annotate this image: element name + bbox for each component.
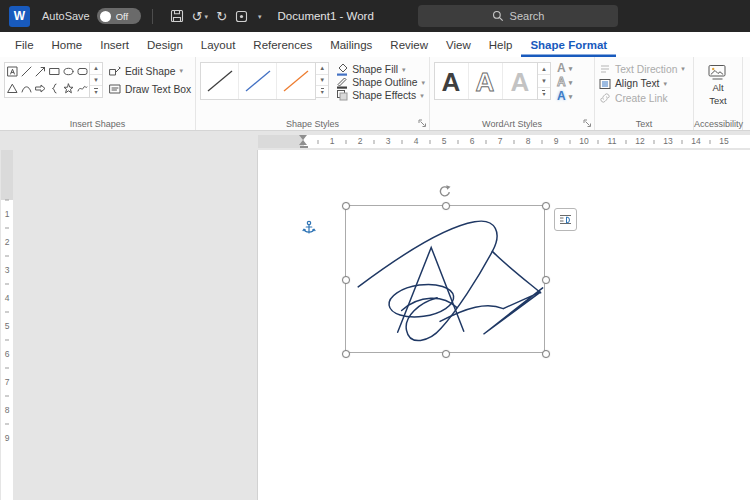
- text-outline-dropdown-icon: ▾: [569, 79, 573, 86]
- create-link-icon: [599, 92, 611, 104]
- h-ruler-tick: [374, 140, 375, 144]
- h-ruler-tick: [402, 140, 403, 144]
- draw-text-box-button[interactable]: Draw Text Box: [109, 83, 191, 95]
- selection-handle-e[interactable]: [542, 276, 550, 284]
- wordart-scroll-up-icon[interactable]: ▲: [538, 63, 550, 75]
- left-brace-shape-icon[interactable]: [47, 80, 61, 97]
- object-anchor-icon[interactable]: [302, 220, 316, 236]
- h-ruler-number: 3: [386, 136, 391, 146]
- redo-button[interactable]: ↻: [216, 10, 227, 23]
- tab-insert[interactable]: Insert: [91, 32, 138, 57]
- shape-style-scroll-up-icon[interactable]: ▲: [316, 63, 328, 75]
- wordart-gallery: A A A: [434, 62, 538, 100]
- triangle-shape-icon[interactable]: [5, 80, 19, 97]
- tab-home[interactable]: Home: [43, 32, 92, 57]
- rectangle-shape-icon[interactable]: [47, 63, 61, 80]
- alt-text-label-line1: Alt: [712, 83, 723, 94]
- curve-shape-icon[interactable]: [19, 80, 33, 97]
- undo-dropdown-icon[interactable]: ▾: [205, 13, 209, 20]
- h-ruler-number: 1: [330, 136, 335, 146]
- tab-shape-format[interactable]: Shape Format: [521, 32, 616, 57]
- wordart-preset-3[interactable]: A: [503, 63, 537, 99]
- line-shape-icon[interactable]: [19, 63, 33, 80]
- shape-style-more-button[interactable]: ▾: [316, 86, 328, 97]
- autosave-toggle[interactable]: Off: [97, 8, 141, 24]
- search-input[interactable]: Search: [418, 5, 618, 27]
- word-logo-icon[interactable]: W: [9, 6, 30, 27]
- v-ruler-tick: [5, 228, 9, 229]
- wordart-more-button[interactable]: ▾: [538, 88, 550, 99]
- group-wordart-styles: A A A ▲ ▼ ▾ A ▾ A: [430, 57, 595, 130]
- tab-layout[interactable]: Layout: [192, 32, 245, 57]
- layout-options-button[interactable]: [554, 208, 577, 231]
- text-fill-button[interactable]: A ▾: [557, 62, 572, 74]
- text-direction-icon: [599, 63, 611, 75]
- touch-mouse-mode-button[interactable]: [235, 10, 248, 23]
- undo-button[interactable]: ↺ ▾: [192, 10, 208, 23]
- shape-style-scroll-down-icon[interactable]: ▼: [316, 75, 328, 87]
- star-shape-icon[interactable]: [61, 80, 75, 97]
- selection-handle-sw[interactable]: [342, 350, 350, 358]
- text-outline-button[interactable]: A ▾: [557, 76, 572, 88]
- h-ruler-strip: 123456789101112131415: [258, 135, 750, 148]
- wordart-preset-2[interactable]: A: [469, 63, 503, 99]
- align-text-button[interactable]: Align Text ▾: [599, 78, 685, 90]
- oval-shape-icon[interactable]: [61, 63, 75, 80]
- scribble-drawing[interactable]: [346, 206, 544, 352]
- shape-style-preset-1[interactable]: [201, 63, 239, 99]
- left-indent-marker[interactable]: [300, 146, 308, 149]
- create-link-button[interactable]: Create Link: [599, 92, 685, 104]
- tab-mailings[interactable]: Mailings: [321, 32, 381, 57]
- selection-handle-w[interactable]: [342, 276, 350, 284]
- selection-handle-se[interactable]: [542, 350, 550, 358]
- alt-text-button[interactable]: Alt Text: [698, 62, 738, 107]
- tab-file[interactable]: File: [6, 32, 43, 57]
- shape-styles-dialog-launcher-icon[interactable]: [418, 119, 427, 128]
- tab-help[interactable]: Help: [480, 32, 522, 57]
- document-page[interactable]: [258, 150, 750, 500]
- text-effects-dropdown-icon: ▾: [569, 93, 573, 100]
- tab-view[interactable]: View: [437, 32, 480, 57]
- shape-outline-button[interactable]: Shape Outline ▾: [336, 76, 425, 89]
- svg-text:A: A: [511, 67, 530, 97]
- text-box-shape-icon[interactable]: [5, 63, 19, 80]
- h-ruler-number: 8: [526, 136, 531, 146]
- tab-review[interactable]: Review: [381, 32, 437, 57]
- arrow-shape-icon[interactable]: [33, 63, 47, 80]
- scribble-shape-icon[interactable]: [75, 80, 89, 97]
- shape-style-gallery-scroll: ▲ ▼ ▾: [316, 62, 329, 98]
- v-ruler-tick: [5, 284, 9, 285]
- shape-gallery-scroll-up-icon[interactable]: ▲: [90, 63, 102, 75]
- autosave-toggle-knob: [100, 11, 111, 22]
- shape-selection-box[interactable]: [345, 205, 545, 353]
- shape-style-preset-3[interactable]: [277, 63, 315, 99]
- block-arrow-shape-icon[interactable]: [33, 80, 47, 97]
- save-button[interactable]: [170, 9, 184, 23]
- shape-style-preset-2[interactable]: [239, 63, 277, 99]
- text-direction-button[interactable]: Text Direction ▾: [599, 63, 685, 75]
- shape-gallery-more-button[interactable]: ▾: [90, 86, 102, 97]
- selection-handle-ne[interactable]: [542, 202, 550, 210]
- shape-fill-button[interactable]: Shape Fill ▾: [336, 63, 425, 76]
- wordart-scroll-down-icon[interactable]: ▼: [538, 75, 550, 87]
- customize-quick-access-toolbar-button[interactable]: ▾: [256, 13, 262, 20]
- h-ruler-number: 12: [635, 136, 644, 146]
- shape-gallery-scroll-down-icon[interactable]: ▼: [90, 75, 102, 87]
- hanging-indent-marker[interactable]: [299, 140, 307, 145]
- selection-handle-n[interactable]: [442, 202, 450, 210]
- rounded-rectangle-shape-icon[interactable]: [75, 63, 89, 80]
- rotate-handle-icon[interactable]: [438, 184, 453, 199]
- wordart-styles-dialog-launcher-icon[interactable]: [583, 119, 592, 128]
- tab-references[interactable]: References: [244, 32, 321, 57]
- tab-design[interactable]: Design: [138, 32, 192, 57]
- text-effects-button[interactable]: A ▾: [557, 90, 572, 102]
- v-ruler-number: 3: [5, 265, 10, 275]
- edit-shape-button[interactable]: Edit Shape ▾: [109, 65, 191, 77]
- v-ruler-number: 1: [5, 209, 10, 219]
- v-ruler-number: 7: [5, 377, 10, 387]
- shape-effects-button[interactable]: Shape Effects ▾: [336, 89, 425, 102]
- v-ruler-tick: [5, 200, 9, 201]
- selection-handle-s[interactable]: [442, 350, 450, 358]
- selection-handle-nw[interactable]: [342, 202, 350, 210]
- wordart-preset-1[interactable]: A: [435, 63, 469, 99]
